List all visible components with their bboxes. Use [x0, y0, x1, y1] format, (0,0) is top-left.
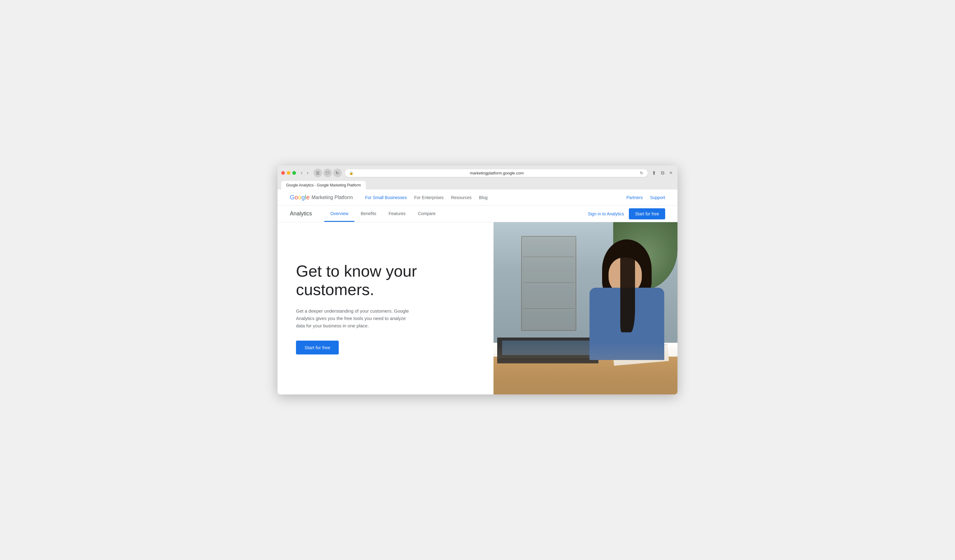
browser-actions: ⬆ ⧉ +: [651, 169, 674, 177]
hero-photo: [493, 222, 678, 394]
tab-bar: Google Analytics - Google Marketing Plat…: [281, 180, 674, 189]
sub-nav: Analytics Overview Benefits Features Com…: [277, 205, 678, 222]
back-button[interactable]: ‹: [299, 169, 304, 176]
tab-features[interactable]: Features: [382, 206, 412, 222]
tab-compare[interactable]: Compare: [412, 206, 442, 222]
shelf-2: [523, 282, 575, 283]
person-figure: [586, 239, 668, 360]
analytics-brand: Analytics: [290, 205, 312, 222]
tab-overview[interactable]: Overview: [324, 206, 354, 222]
nav-link-small-business[interactable]: For Small Businesses: [365, 195, 407, 200]
tab-benefits[interactable]: Benefits: [354, 206, 382, 222]
tab-title: Google Analytics - Google Marketing Plat…: [286, 183, 361, 188]
sign-in-link[interactable]: Sign in to Analytics: [588, 211, 624, 216]
ad-block-icon[interactable]: 🛡: [323, 169, 332, 177]
address-bar[interactable]: 🔒 marketingplatform.google.com ↻: [345, 169, 648, 177]
start-for-free-button-nav[interactable]: Start for free: [629, 208, 665, 219]
add-tab-button[interactable]: +: [668, 170, 674, 176]
hero-content: Get to know your customers. Get a deeper…: [277, 222, 493, 394]
close-button[interactable]: [281, 171, 285, 175]
nav-link-support[interactable]: Support: [650, 195, 665, 200]
page-content: Google Marketing Platform For Small Busi…: [277, 189, 678, 394]
share-button[interactable]: ⬆: [651, 169, 657, 177]
nav-buttons: ‹ ›: [299, 169, 310, 176]
shelf-3: [523, 308, 575, 309]
start-for-free-button-hero[interactable]: Start for free: [296, 341, 339, 355]
sub-nav-tabs: Overview Benefits Features Compare: [324, 206, 588, 222]
hero-section: Get to know your customers. Get a deeper…: [277, 222, 678, 394]
browser-chrome: ‹ › ☰ 🛡 ↻ 🔒 marketingplatform.google.com…: [277, 166, 678, 189]
refresh-icon[interactable]: ↻: [333, 169, 342, 177]
hero-description: Get a deeper understanding of your custo…: [296, 307, 413, 330]
logo[interactable]: Google Marketing Platform: [290, 194, 353, 201]
active-tab[interactable]: Google Analytics - Google Marketing Plat…: [281, 181, 366, 189]
minimize-button[interactable]: [287, 171, 290, 175]
forward-button[interactable]: ›: [305, 169, 310, 176]
browser-icons-left: ☰ 🛡 ↻: [313, 169, 342, 177]
person-hair-flow: [620, 254, 635, 332]
nav-link-enterprises[interactable]: For Enterprises: [414, 195, 444, 200]
nav-link-resources[interactable]: Resources: [451, 195, 472, 200]
sub-nav-right: Sign in to Analytics Start for free: [588, 208, 665, 219]
top-nav: Google Marketing Platform For Small Busi…: [277, 189, 678, 205]
bottom-fade: [493, 343, 678, 394]
display-case: [521, 236, 576, 331]
browser-window: ‹ › ☰ 🛡 ↻ 🔒 marketingplatform.google.com…: [277, 166, 678, 394]
shelf-1: [523, 257, 575, 257]
brand-text: Marketing Platform: [312, 195, 353, 200]
url-text: marketingplatform.google.com: [355, 171, 639, 175]
browser-top-bar: ‹ › ☰ 🛡 ↻ 🔒 marketingplatform.google.com…: [281, 169, 674, 177]
hero-image-section: [493, 222, 678, 394]
add-bookmark-button[interactable]: ⧉: [660, 169, 665, 176]
top-nav-links: For Small Businesses For Enterprises Res…: [365, 195, 626, 200]
hero-title: Get to know your customers.: [296, 262, 475, 299]
reload-icon: ↻: [640, 171, 643, 175]
traffic-lights: [281, 171, 296, 175]
nav-link-partners[interactable]: Partners: [626, 195, 643, 200]
fullscreen-button[interactable]: [292, 171, 296, 175]
nav-link-blog[interactable]: Blog: [479, 195, 488, 200]
lock-icon: 🔒: [349, 171, 354, 175]
reading-list-icon[interactable]: ☰: [313, 169, 322, 177]
google-wordmark: Google: [290, 194, 310, 201]
top-nav-right: Partners Support: [626, 195, 665, 200]
